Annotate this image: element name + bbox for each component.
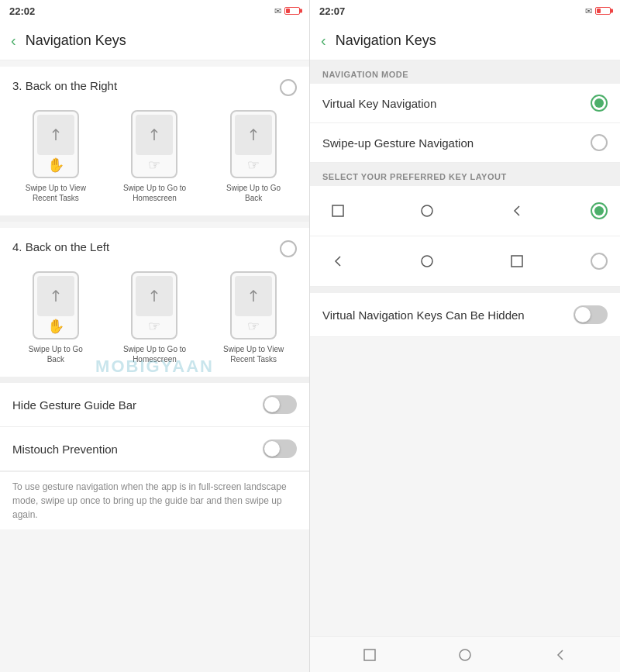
virtual-hidden-toggle[interactable] (574, 305, 608, 324)
section3-phones: ✋ Swipe Up to ViewRecent Tasks (0, 102, 309, 215)
svg-point-11 (460, 650, 470, 660)
right-back-button[interactable]: ‹ (321, 32, 326, 50)
left-time: 22:02 (9, 5, 35, 17)
mistouch-toggle[interactable] (263, 439, 297, 458)
virtual-key-label: Virtual Key Navigation (322, 97, 591, 110)
phone-illustration: ☞ (230, 110, 277, 178)
left-page-title: Navigation Keys (26, 33, 126, 49)
bottom-circle-icon[interactable] (454, 644, 476, 666)
square2-icon[interactable] (501, 246, 532, 277)
left-status-bar: 22:02 ✉ (0, 0, 309, 22)
mistouch-label: Mistouch Prevention (12, 443, 263, 456)
phone-label: Swipe Up to ViewRecent Tasks (26, 183, 86, 203)
phone-label: Swipe Up to Go toHomescreen (123, 344, 186, 364)
nav-mode-label: NAVIGATION MODE (322, 70, 408, 79)
section4-label: 4. Back on the Left (12, 240, 280, 253)
back-triangle2-icon[interactable] (322, 246, 353, 277)
hint-text: To use gesture navigation when the app i… (0, 471, 309, 529)
phone-label: Swipe Up to GoBack (29, 344, 83, 364)
right-msg-icon: ✉ (585, 6, 592, 16)
bottom-back-icon[interactable] (549, 644, 571, 666)
svg-point-7 (422, 205, 432, 216)
phone-illustration: ☞ (131, 271, 177, 339)
section3-label: 3. Back on the Right (12, 79, 280, 92)
key-layout-row1[interactable] (310, 186, 620, 236)
right-battery-icon (595, 7, 611, 15)
svg-rect-6 (332, 205, 343, 216)
key-layout-row2[interactable] (310, 236, 620, 287)
section4-header: 4. Back on the Left (0, 228, 309, 264)
swipe-gesture-option[interactable]: Swipe-up Gesture Navigation (310, 123, 620, 163)
phone-item: ☞ Swipe Up to Go toHomescreen (119, 271, 189, 364)
right-nav-header: ‹ Navigation Keys (310, 22, 620, 60)
section4-phones: ✋ Swipe Up to GoBack (0, 264, 309, 377)
key-layout-row1-radio[interactable] (591, 202, 608, 219)
phone-illustration: ✋ (33, 110, 79, 178)
hide-gesture-toggle[interactable] (263, 395, 297, 414)
phone-item: ☞ Swipe Up to Go toHomescreen (119, 110, 189, 203)
circle2-icon[interactable] (412, 246, 443, 277)
svg-rect-10 (364, 650, 375, 660)
phone-item: ☞ Swipe Up to GoBack (219, 110, 288, 203)
right-bottom-nav (310, 636, 620, 672)
key-layout-row2-radio[interactable] (591, 253, 608, 270)
phone-illustration: ✋ (33, 271, 79, 339)
right-status-bar: 22:07 ✉ (310, 0, 620, 22)
msg-icon: ✉ (274, 6, 281, 16)
phone-label: Swipe Up to GoBack (226, 183, 281, 203)
section4-radio[interactable] (280, 240, 297, 257)
svg-rect-9 (512, 256, 522, 267)
back-triangle-icon[interactable] (501, 195, 532, 226)
right-time: 22:07 (319, 5, 345, 17)
left-panel: 22:02 ✉ ‹ Navigation Keys MOBIGYAAN 3. B… (0, 0, 310, 672)
mistouch-setting: Mistouch Prevention (0, 427, 309, 471)
phone-label: Swipe Up to ViewRecent Tasks (223, 344, 284, 364)
right-page-title: Navigation Keys (336, 33, 436, 49)
left-back-button[interactable]: ‹ (11, 32, 16, 50)
svg-point-8 (422, 256, 432, 267)
virtual-key-radio[interactable] (591, 95, 608, 112)
virtual-hidden-label: Virtual Navigation Keys Can Be Hidden (322, 308, 574, 322)
right-panel: 22:07 ✉ ‹ Navigation Keys NAVIGATION MOD… (310, 0, 620, 672)
key-layout-label: SELECT YOUR PREFERRED KEY LAYOUT (322, 172, 507, 181)
swipe-gesture-radio[interactable] (591, 134, 608, 151)
phone-illustration: ☞ (131, 110, 177, 178)
virtual-hidden-setting: Virtual Navigation Keys Can Be Hidden (310, 293, 620, 337)
circle-icon[interactable] (412, 195, 443, 226)
swipe-gesture-label: Swipe-up Gesture Navigation (322, 136, 591, 150)
virtual-key-option[interactable]: Virtual Key Navigation (310, 84, 620, 123)
phone-item: ✋ Swipe Up to ViewRecent Tasks (21, 110, 91, 203)
phone-item: ✋ Swipe Up to GoBack (21, 271, 91, 364)
left-status-icons: ✉ (274, 6, 300, 16)
nav-mode-section-label: NAVIGATION MODE (310, 60, 620, 84)
square-icon[interactable] (322, 195, 353, 226)
right-status-icons: ✉ (585, 6, 611, 16)
left-battery-icon (284, 7, 300, 15)
phone-label: Swipe Up to Go toHomescreen (123, 183, 186, 203)
phone-item: ☞ Swipe Up to ViewRecent Tasks (219, 271, 288, 364)
bottom-square-icon[interactable] (359, 644, 381, 666)
hide-gesture-label: Hide Gesture Guide Bar (12, 398, 263, 412)
hide-gesture-setting: Hide Gesture Guide Bar (0, 383, 309, 427)
phone-illustration: ☞ (230, 271, 277, 339)
section3-header: 3. Back on the Right (0, 67, 309, 102)
left-nav-header: ‹ Navigation Keys (0, 22, 309, 60)
section3-radio[interactable] (280, 79, 297, 96)
key-layout-section-label: SELECT YOUR PREFERRED KEY LAYOUT (310, 163, 620, 186)
